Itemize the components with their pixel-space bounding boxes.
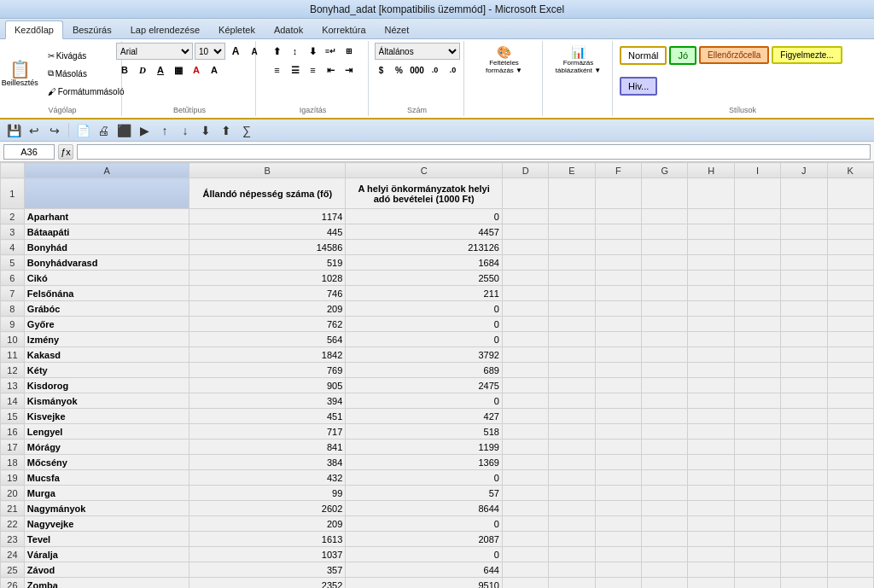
cell-c9[interactable]: 0 [346, 317, 503, 332]
cell-b20[interactable]: 99 [189, 486, 346, 501]
style-hivatkozas[interactable]: Hiv... [620, 77, 657, 96]
cell-a7[interactable]: Felsőnána [24, 286, 189, 301]
cell-h13[interactable] [688, 378, 734, 393]
copy-button[interactable]: ⧉ Másolás [44, 65, 128, 82]
cell-c26[interactable]: 9510 [346, 578, 503, 589]
decrease-indent-button[interactable]: ⇤ [323, 61, 340, 79]
conditional-format-button[interactable]: 🎨 Feltételesformázás ▼ [481, 43, 527, 77]
cell-k19[interactable] [827, 470, 873, 486]
cell-b17[interactable]: 841 [189, 440, 346, 455]
cell-f14[interactable] [595, 393, 641, 409]
cell-f24[interactable] [595, 547, 641, 562]
cell-i20[interactable] [734, 486, 780, 501]
cell-i18[interactable] [734, 455, 780, 470]
cell-j5[interactable] [781, 255, 827, 271]
cell-j23[interactable] [781, 532, 827, 547]
cell-k6[interactable] [827, 271, 873, 286]
formula-input[interactable] [77, 144, 871, 160]
cell-c21[interactable]: 8644 [346, 501, 503, 516]
cell-b16[interactable]: 717 [189, 424, 346, 440]
cell-k5[interactable] [827, 255, 873, 271]
cell-g13[interactable] [642, 378, 688, 393]
header-i[interactable] [734, 178, 780, 209]
cell-b7[interactable]: 746 [189, 286, 346, 301]
cell-e14[interactable] [549, 393, 595, 409]
cell-i21[interactable] [734, 501, 780, 516]
cell-h15[interactable] [688, 409, 734, 424]
cell-h5[interactable] [688, 255, 734, 271]
cell-b13[interactable]: 905 [189, 378, 346, 393]
cell-g19[interactable] [642, 470, 688, 486]
cell-d14[interactable] [502, 393, 548, 409]
cell-a18[interactable]: Mőcsény [24, 455, 189, 470]
ribbon-tab-képletek[interactable]: Képletek [209, 20, 265, 38]
cell-e5[interactable] [549, 255, 595, 271]
cell-g10[interactable] [642, 332, 688, 347]
cell-h3[interactable] [688, 224, 734, 240]
cell-j25[interactable] [781, 562, 827, 578]
cell-d19[interactable] [502, 470, 548, 486]
cell-h4[interactable] [688, 240, 734, 255]
cell-c8[interactable]: 0 [346, 301, 503, 317]
cell-e7[interactable] [549, 286, 595, 301]
cell-g14[interactable] [642, 393, 688, 409]
cell-k22[interactable] [827, 516, 873, 532]
cell-d16[interactable] [502, 424, 548, 440]
cell-i5[interactable] [734, 255, 780, 271]
header-k[interactable] [827, 178, 873, 209]
cell-j22[interactable] [781, 516, 827, 532]
cell-k7[interactable] [827, 286, 873, 301]
cell-f7[interactable] [595, 286, 641, 301]
cell-i11[interactable] [734, 347, 780, 363]
cell-k26[interactable] [827, 578, 873, 589]
cell-c24[interactable]: 0 [346, 547, 503, 562]
cell-a8[interactable]: Grábóc [24, 301, 189, 317]
cell-h24[interactable] [688, 547, 734, 562]
cell-c14[interactable]: 0 [346, 393, 503, 409]
cell-f11[interactable] [595, 347, 641, 363]
cell-f9[interactable] [595, 317, 641, 332]
cell-b22[interactable]: 209 [189, 516, 346, 532]
cell-k2[interactable] [827, 209, 873, 224]
cell-a26[interactable]: Zomba [24, 578, 189, 589]
cell-a25[interactable]: Závod [24, 562, 189, 578]
cell-a6[interactable]: Cikó [24, 271, 189, 286]
cell-f17[interactable] [595, 440, 641, 455]
cell-c10[interactable]: 0 [346, 332, 503, 347]
cell-a22[interactable]: Nagyvejke [24, 516, 189, 532]
cell-a4[interactable]: Bonyhád [24, 240, 189, 255]
qa-btn-6[interactable]: ↓ [177, 122, 194, 139]
cell-f5[interactable] [595, 255, 641, 271]
header-a[interactable] [24, 178, 189, 209]
cell-b15[interactable]: 451 [189, 409, 346, 424]
ribbon-tab-kezdőlap[interactable]: Kezdőlap [5, 20, 63, 39]
cell-f19[interactable] [595, 470, 641, 486]
cell-c18[interactable]: 1369 [346, 455, 503, 470]
qa-btn-7[interactable]: ⬇ [197, 122, 214, 139]
merge-button[interactable]: ⊞ [341, 43, 358, 60]
cell-j18[interactable] [781, 455, 827, 470]
cell-i8[interactable] [734, 301, 780, 317]
cell-e25[interactable] [549, 562, 595, 578]
cell-c13[interactable]: 2475 [346, 378, 503, 393]
cell-a17[interactable]: Mórágy [24, 440, 189, 455]
cell-b12[interactable]: 769 [189, 363, 346, 378]
cell-e19[interactable] [549, 470, 595, 486]
cell-a21[interactable]: Nagymányok [24, 501, 189, 516]
format-as-table-button[interactable]: 📊 Formázástáblázatként ▼ [551, 43, 605, 77]
cell-g5[interactable] [642, 255, 688, 271]
col-header-e[interactable]: E [549, 163, 595, 178]
cell-b19[interactable]: 432 [189, 470, 346, 486]
cell-b11[interactable]: 1842 [189, 347, 346, 363]
cell-h7[interactable] [688, 286, 734, 301]
qa-btn-1[interactable]: 📄 [74, 122, 91, 139]
cell-a24[interactable]: Váralja [24, 547, 189, 562]
cell-e6[interactable] [549, 271, 595, 286]
header-f[interactable] [595, 178, 641, 209]
cell-k21[interactable] [827, 501, 873, 516]
bold-button[interactable]: B [116, 61, 133, 79]
cell-k24[interactable] [827, 547, 873, 562]
cell-j9[interactable] [781, 317, 827, 332]
cell-g12[interactable] [642, 363, 688, 378]
font-name-select[interactable]: Arial [116, 43, 193, 60]
